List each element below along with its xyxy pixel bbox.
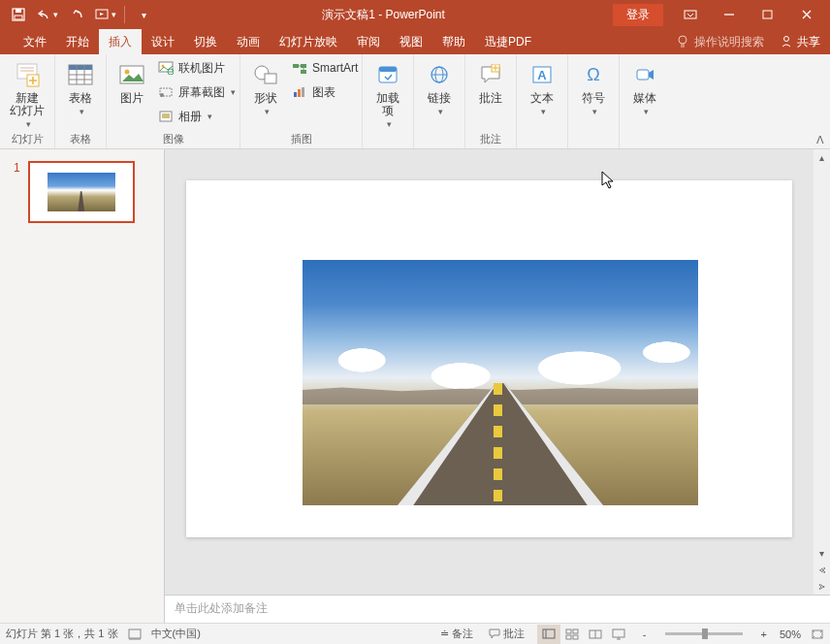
qat-customize-icon[interactable]: ▾ (133, 5, 154, 24)
vertical-scrollbar[interactable]: ▴ ▾ ⪡ ⪢ (814, 149, 830, 595)
svg-rect-38 (301, 70, 306, 74)
tab-insert[interactable]: 插入 (99, 29, 142, 54)
tell-me-search[interactable]: 操作说明搜索 (676, 34, 764, 50)
symbols-icon: Ω (578, 59, 609, 90)
comment-button[interactable]: 批注 (469, 57, 512, 107)
links-label: 链接 (428, 92, 451, 105)
chart-button[interactable]: 图表 (291, 81, 358, 103)
redo-icon[interactable] (66, 5, 87, 24)
photo-album-icon (157, 108, 175, 125)
share-button[interactable]: 共享 (780, 34, 820, 50)
tell-me-label: 操作说明搜索 (694, 34, 764, 50)
slide-thumbnail-1[interactable] (28, 161, 135, 223)
comments-toggle[interactable]: 批注 (486, 627, 527, 641)
notes-toggle[interactable]: ≐备注 (437, 627, 476, 641)
tab-file[interactable]: 文件 (14, 29, 56, 54)
close-icon[interactable] (787, 1, 826, 28)
maximize-icon[interactable] (749, 1, 787, 28)
tab-animations[interactable]: 动画 (227, 29, 270, 54)
ribbon-options-icon[interactable] (671, 1, 710, 28)
inserted-picture[interactable] (303, 260, 698, 505)
tab-home[interactable]: 开始 (56, 29, 99, 54)
svg-rect-1 (16, 9, 21, 13)
tab-xunjie[interactable]: 迅捷PDF (475, 29, 541, 54)
svg-rect-33 (162, 113, 170, 118)
share-label: 共享 (797, 34, 820, 50)
pictures-label: 图片 (120, 92, 144, 105)
shapes-label: 形状 (254, 92, 277, 105)
fit-to-window-icon[interactable] (811, 628, 824, 640)
share-icon (780, 35, 793, 48)
comment-icon (475, 59, 506, 90)
zoom-percent[interactable]: 50% (780, 628, 801, 640)
addins-button[interactable]: 加载 项▾ (367, 57, 409, 131)
tab-design[interactable]: 设计 (142, 29, 184, 54)
chart-label: 图表 (312, 84, 335, 101)
login-button[interactable]: 登录 (613, 4, 663, 26)
table-button[interactable]: 表格 ▾ (59, 57, 102, 118)
links-icon (424, 59, 455, 90)
symbols-button[interactable]: Ω 符号▾ (572, 57, 615, 118)
undo-icon[interactable]: ▾ (37, 5, 58, 24)
comment-label: 批注 (479, 92, 502, 105)
svg-point-26 (125, 70, 130, 75)
spellcheck-icon[interactable] (128, 628, 142, 640)
prev-slide-icon[interactable]: ⪡ (814, 562, 830, 578)
save-icon[interactable] (8, 5, 29, 24)
scroll-up-icon[interactable]: ▴ (814, 149, 830, 166)
links-button[interactable]: 链接▾ (418, 57, 461, 118)
comments-group-label: 批注 (469, 131, 512, 146)
svg-rect-41 (302, 87, 304, 97)
photo-album-button[interactable]: 相册▾ (157, 106, 236, 127)
smartart-button[interactable]: SmartArt (291, 57, 358, 79)
new-slide-label: 新建 幻灯片 (10, 92, 45, 117)
tab-review[interactable]: 审阅 (347, 29, 390, 54)
images-group-label: 图像 (111, 131, 236, 146)
shapes-button[interactable]: 形状▾ (244, 57, 287, 118)
online-pictures-button[interactable]: 联机图片 (157, 57, 236, 79)
next-slide-icon[interactable]: ⪢ (814, 578, 830, 595)
start-from-beginning-icon[interactable]: ▾ (95, 5, 116, 24)
zoom-out-button[interactable]: - (640, 628, 650, 640)
slide-canvas[interactable] (186, 180, 792, 537)
svg-rect-56 (543, 629, 555, 638)
media-label: 媒体 (633, 92, 656, 105)
zoom-slider[interactable] (665, 632, 743, 635)
svg-point-31 (160, 93, 164, 97)
svg-rect-4 (685, 11, 696, 18)
normal-view-icon[interactable] (537, 625, 560, 644)
table-group-label: 表格 (59, 131, 102, 146)
slides-group-label: 幻灯片 (4, 131, 50, 146)
collapse-ribbon-icon[interactable]: ᐱ (816, 134, 824, 146)
tab-view[interactable]: 视图 (390, 29, 432, 54)
svg-rect-61 (573, 635, 578, 639)
zoom-in-button[interactable]: + (758, 628, 770, 640)
minimize-icon[interactable] (710, 1, 749, 28)
addins-label: 加载 项 (376, 92, 399, 117)
symbols-label: 符号 (582, 92, 605, 105)
svg-rect-60 (566, 635, 571, 639)
sorter-view-icon[interactable] (560, 625, 584, 644)
screenshot-button[interactable]: 屏幕截图▾ (157, 81, 236, 103)
lightbulb-icon (676, 35, 689, 48)
new-slide-button[interactable]: 新建 幻灯片 ▾ (4, 57, 50, 131)
svg-rect-2 (15, 16, 22, 19)
tab-slideshow[interactable]: 幻灯片放映 (270, 29, 347, 54)
reading-view-icon[interactable] (584, 625, 607, 644)
smartart-label: SmartArt (312, 61, 358, 75)
media-icon (629, 59, 660, 90)
pictures-button[interactable]: 图片 (111, 57, 153, 107)
language-label[interactable]: 中文(中国) (151, 627, 201, 641)
slideshow-view-icon[interactable] (607, 625, 630, 644)
notes-pane[interactable]: 单击此处添加备注 (165, 595, 830, 623)
comments-toggle-icon (489, 628, 500, 639)
text-button[interactable]: A 文本▾ (521, 57, 563, 118)
screenshot-label: 屏幕截图 (178, 84, 225, 101)
tab-help[interactable]: 帮助 (432, 29, 475, 54)
illustrations-group-label: 插图 (244, 131, 358, 146)
tab-transitions[interactable]: 切换 (184, 29, 227, 54)
comments-toggle-label: 批注 (503, 627, 525, 641)
media-button[interactable]: 媒体▾ (623, 57, 666, 118)
online-pictures-label: 联机图片 (178, 60, 225, 77)
scroll-down-icon[interactable]: ▾ (814, 545, 830, 562)
